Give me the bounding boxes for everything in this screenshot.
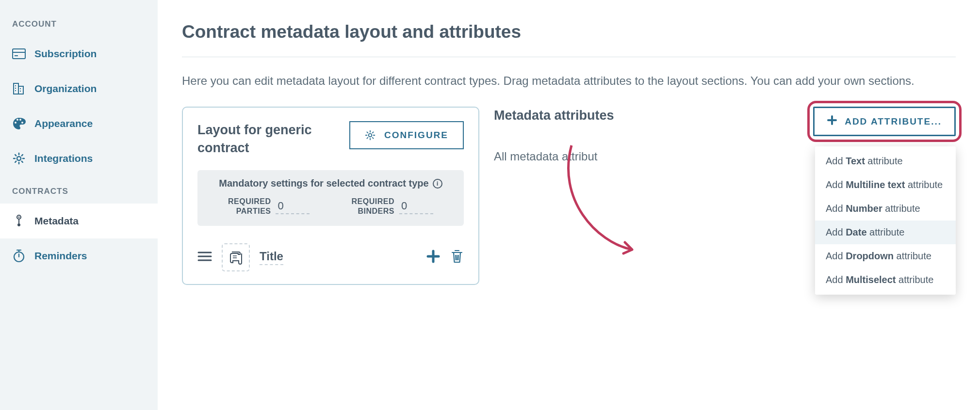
svg-rect-9 (20, 91, 21, 92)
gear-icon (12, 152, 26, 165)
svg-point-19 (369, 134, 372, 137)
svg-rect-8 (20, 88, 21, 89)
sidebar-item-label: Subscription (34, 48, 97, 60)
svg-point-10 (17, 157, 21, 160)
dropdown-item-number[interactable]: Add Number attribute (815, 197, 956, 221)
add-button[interactable] (426, 249, 441, 266)
scroll-icon (222, 243, 250, 271)
required-parties-label: REQUIREDPARTIES (228, 197, 271, 216)
add-attribute-label: ADD ATTRIBUTE... (845, 116, 942, 127)
page-description: Here you can edit metadata layout for di… (182, 72, 956, 90)
mandatory-title: Mandatory settings for selected contract… (207, 178, 454, 189)
dropdown-item-text[interactable]: Add Text attribute (815, 149, 956, 173)
add-attribute-button[interactable]: ADD ATTRIBUTE... (813, 107, 956, 136)
dropdown-item-dropdown[interactable]: Add Dropdown attribute (815, 244, 956, 268)
sidebar-item-label: Integrations (34, 153, 93, 164)
svg-rect-0 (13, 49, 25, 59)
drag-handle-icon[interactable] (197, 251, 212, 264)
sidebar-section-account: ACCOUNT (0, 19, 158, 36)
svg-point-12 (18, 217, 20, 218)
sidebar-section-contracts: CONTRACTS (0, 187, 158, 204)
svg-rect-7 (15, 90, 16, 91)
palette-icon (12, 117, 26, 130)
sidebar-item-label: Appearance (34, 118, 93, 129)
attribute-label[interactable]: Title (260, 250, 283, 265)
add-attribute-dropdown: Add Text attribute Add Multiline text at… (815, 146, 956, 295)
divider (182, 57, 956, 57)
mandatory-title-text: Mandatory settings for selected contract… (219, 178, 428, 189)
sidebar-item-metadata[interactable]: Metadata (0, 204, 158, 238)
configure-label: CONFIGURE (384, 130, 448, 141)
sidebar-item-organization[interactable]: Organization (0, 71, 158, 106)
mandatory-settings-box: Mandatory settings for selected contract… (197, 170, 464, 226)
dropdown-item-date[interactable]: Add Date attribute (815, 221, 956, 244)
required-binders-label: REQUIREDBINDERS (352, 197, 394, 216)
gear-icon (365, 130, 376, 141)
required-binders-input[interactable] (399, 199, 433, 214)
svg-rect-5 (15, 85, 16, 86)
dropdown-item-multiselect[interactable]: Add Multiselect attribute (815, 268, 956, 292)
sidebar-item-integrations[interactable]: Integrations (0, 141, 158, 176)
sidebar-item-label: Metadata (34, 215, 79, 227)
attributes-column: Metadata attributes ADD ATTRIBUTE... All… (494, 107, 956, 163)
plus-icon (827, 115, 837, 127)
configure-button[interactable]: CONFIGURE (349, 121, 464, 149)
building-icon (12, 82, 26, 95)
page-title: Contract metadata layout and attributes (182, 22, 956, 42)
attributes-title: Metadata attributes (494, 107, 614, 124)
required-parties-input[interactable] (276, 199, 310, 214)
sidebar-item-label: Reminders (34, 250, 87, 262)
sidebar-item-appearance[interactable]: Appearance (0, 106, 158, 141)
sidebar-item-label: Organization (34, 83, 97, 95)
main-content: Contract metadata layout and attributes … (158, 0, 980, 410)
svg-line-29 (458, 255, 459, 260)
sidebar-item-reminders[interactable]: Reminders (0, 238, 158, 273)
sidebar-item-subscription[interactable]: Subscription (0, 36, 158, 71)
layout-panel: Layout for generic contract CONFIGURE Ma… (182, 107, 479, 285)
stopwatch-icon (12, 249, 26, 263)
dropdown-item-multiline[interactable]: Add Multiline text attribute (815, 173, 956, 197)
layout-panel-title: Layout for generic contract (197, 121, 340, 157)
svg-rect-4 (18, 86, 23, 94)
svg-rect-6 (15, 88, 16, 89)
svg-line-27 (456, 255, 456, 260)
trash-icon[interactable] (450, 249, 464, 266)
info-icon[interactable]: i (433, 179, 442, 189)
svg-point-13 (17, 223, 20, 226)
metadata-icon (12, 214, 26, 228)
sidebar: ACCOUNT Subscription Organization Appear… (0, 0, 158, 410)
attribute-row[interactable]: Title (197, 240, 464, 274)
credit-card-icon (12, 47, 26, 61)
